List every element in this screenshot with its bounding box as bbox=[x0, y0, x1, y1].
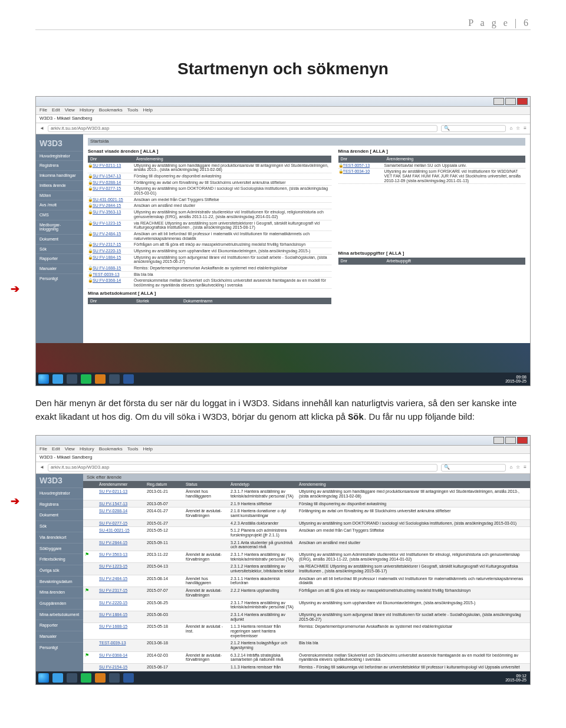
sidebar-item-gruppärenden[interactable]: Gruppärenden bbox=[36, 598, 83, 609]
sidebar-item-sök[interactable]: Sök bbox=[36, 244, 83, 254]
table-row[interactable]: 🔒SU FV-1884-15Utlysning av anställning s… bbox=[88, 255, 331, 265]
table-row[interactable]: 🔒TEST-0039-13Bla bla bla bbox=[88, 272, 331, 278]
firefox-icon[interactable] bbox=[109, 673, 120, 683]
table-row[interactable]: SU FV-0277-152015-01-274.2.3 Anställa do… bbox=[83, 520, 530, 528]
case-dnr-link[interactable]: SU FV-1223-15 bbox=[97, 563, 145, 574]
back-icon[interactable]: ◄ bbox=[40, 126, 44, 131]
taskbar[interactable]: 09:082015-09-25 bbox=[36, 373, 530, 386]
case-dnr-link[interactable]: SU FV-2317-15 bbox=[93, 242, 134, 247]
sidebar-item-rapporter[interactable]: Rapporter bbox=[36, 253, 83, 263]
case-dnr-link[interactable]: SU FV-0288-14 bbox=[97, 508, 145, 519]
home-icon[interactable]: ⌂ bbox=[509, 465, 512, 470]
case-dnr-link[interactable]: TEST-0057-13 bbox=[343, 163, 384, 168]
search-box[interactable]: 🔍 bbox=[441, 464, 506, 472]
case-dnr-link[interactable]: SU FV-1223-15 bbox=[93, 221, 134, 230]
case-dnr-link[interactable]: SU FV-2484-15 bbox=[97, 575, 145, 587]
menu-icon[interactable]: ≡ bbox=[524, 465, 526, 470]
table-row[interactable]: TEST-0039-132013-06-182.1.2 Hantera bola… bbox=[83, 640, 530, 651]
case-dnr-link[interactable]: TEST-0039-13 bbox=[93, 272, 134, 277]
taskbar[interactable]: 09:122015-09-25 bbox=[36, 671, 530, 684]
sidebar-item-medborgar-inloggning[interactable]: Medborgar-inloggning bbox=[36, 220, 83, 234]
menu-help[interactable]: Help bbox=[143, 107, 152, 113]
menu-edit[interactable]: Edit bbox=[52, 446, 60, 452]
table-row[interactable]: SU FV-0211-132013-01-21Ärendet hos handl… bbox=[83, 488, 530, 500]
table-row[interactable]: SU FV-2844-152015-09-113.2.1 Anta studen… bbox=[83, 539, 530, 551]
table-row[interactable]: 🔒SU FV-1547-13Förslag till disponering a… bbox=[88, 173, 331, 180]
table-row[interactable]: SU FV-1223-152015-04-132.3.1.2 Hantera a… bbox=[83, 563, 530, 575]
case-dnr-link[interactable]: SU FV-2220-15 bbox=[93, 249, 134, 253]
menu-file[interactable]: File bbox=[40, 107, 47, 113]
word-icon[interactable] bbox=[123, 374, 134, 384]
case-dnr-link[interactable]: SU FV-1688-15 bbox=[97, 623, 145, 639]
table-row[interactable]: 🔒TEST-0057-13Samarbetsavtal mellan SU oc… bbox=[338, 163, 525, 169]
table-row[interactable]: 🔒SU FV-0368-14Överenskommelse mellan Sko… bbox=[88, 278, 331, 288]
case-dnr-link[interactable]: SU FV-3563-13 bbox=[93, 210, 134, 219]
case-dnr-link[interactable]: SU FV-0368-14 bbox=[97, 652, 145, 663]
browser-menubar[interactable]: FileEditViewHistoryBookmarksToolsHelp bbox=[36, 446, 530, 454]
sidebar-item-personligt[interactable]: Personligt bbox=[36, 642, 83, 653]
table-row[interactable]: 🔒SU FV-0277-15Utlysning av anställning s… bbox=[88, 186, 331, 196]
case-dnr-link[interactable]: SU FV-0277-15 bbox=[93, 186, 134, 195]
close-icon[interactable] bbox=[517, 437, 528, 444]
table-row[interactable]: 🔒SU FV-0288-14Förlängning av avtal om fö… bbox=[88, 180, 331, 186]
outlook-icon[interactable] bbox=[95, 374, 106, 384]
url-bar[interactable]: arkiv.it.su.se/Asp/W3D3.asp bbox=[48, 464, 438, 472]
sidebar-item-registrera[interactable]: Registrera bbox=[36, 499, 83, 510]
outlook-icon[interactable] bbox=[95, 673, 106, 683]
table-row[interactable]: ⚑SU FV-0368-142014-02-03Ärendet är avslu… bbox=[83, 652, 530, 664]
browser-tab[interactable]: W3D3 - Mikael Sandberg bbox=[36, 115, 530, 123]
table-row[interactable]: SU FV-0288-142014-01-27Ärendet är avslut… bbox=[83, 508, 530, 519]
case-dnr-link[interactable]: SU FV-2317-15 bbox=[97, 587, 145, 598]
maximize-icon[interactable] bbox=[505, 98, 516, 105]
sidebar-item-personligt[interactable]: Personligt bbox=[36, 274, 83, 284]
explorer-icon[interactable] bbox=[67, 673, 77, 683]
table-row[interactable]: 🔒SU FV-2317-15Förfrågan om att få göra e… bbox=[88, 242, 331, 248]
table-row[interactable]: SU FV-1884-152015-06-032.3.1.4 Hantera a… bbox=[83, 611, 530, 623]
sidebar-item-via-ärendekort[interactable]: Via ärendekort bbox=[36, 532, 83, 543]
table-row[interactable]: 🔒SU FV-2220-15Utlysning av anställning s… bbox=[88, 248, 331, 255]
start-button-icon[interactable] bbox=[38, 374, 49, 384]
table-row[interactable]: ⚑SU FV-3563-132013-11-22Ärendet är avslu… bbox=[83, 551, 530, 563]
table-row[interactable]: SU-431-0021-152015-05-125.1.2 Planera oc… bbox=[83, 527, 530, 539]
ie-icon[interactable] bbox=[52, 374, 63, 384]
sidebar-item-bevakningsdatum[interactable]: Bevakningsdatum bbox=[36, 576, 83, 587]
url-bar[interactable]: arkiv.it.su.se/Asp/W3D3.asp bbox=[48, 125, 438, 133]
case-dnr-link[interactable]: TEST-0034-10 bbox=[343, 169, 384, 183]
spotify-icon[interactable] bbox=[81, 673, 91, 683]
case-dnr-link[interactable]: SU FV-1884-15 bbox=[97, 611, 145, 622]
menu-tools[interactable]: Tools bbox=[127, 446, 139, 452]
sidebar-item-huvudregistrator[interactable]: Huvudregistrator bbox=[36, 151, 83, 161]
sidebar-item-manualer[interactable]: Manualer bbox=[36, 263, 83, 274]
menu-tools[interactable]: Tools bbox=[127, 107, 139, 113]
ie-icon[interactable] bbox=[52, 673, 63, 683]
case-dnr-link[interactable]: SU FV-0211-13 bbox=[97, 488, 145, 499]
sidebar-item-cms[interactable]: CMS bbox=[36, 210, 83, 220]
sidebar-item-sökbyggare[interactable]: Sökbyggare bbox=[36, 543, 83, 554]
table-row[interactable]: 🔒SU FV-2844-15Ansökan om anstånd med stu… bbox=[88, 203, 331, 209]
minimize-icon[interactable] bbox=[493, 98, 504, 105]
case-dnr-link[interactable]: SU FV-0368-14 bbox=[93, 278, 134, 287]
menu-file[interactable]: File bbox=[40, 446, 47, 452]
spotify-icon[interactable] bbox=[81, 374, 91, 384]
explorer-icon[interactable] bbox=[67, 374, 77, 384]
menu-icon[interactable]: ≡ bbox=[524, 126, 526, 131]
home-icon[interactable]: ⌂ bbox=[509, 126, 512, 131]
maximize-icon[interactable] bbox=[505, 437, 516, 444]
case-dnr-link[interactable]: SU FV-2844-15 bbox=[97, 539, 145, 551]
sidebar-item-huvudregistrator[interactable]: Huvudregistrator bbox=[36, 487, 83, 499]
firefox-icon[interactable] bbox=[109, 374, 120, 384]
table-row[interactable]: 🔒SU FV-0211-13Utlysning av anställning s… bbox=[88, 163, 331, 173]
case-dnr-link[interactable]: SU FV-1547-13 bbox=[93, 174, 134, 179]
case-dnr-link[interactable]: SU FV-0277-15 bbox=[97, 520, 145, 527]
bookmark-icon[interactable]: ☆ bbox=[516, 126, 520, 131]
table-row[interactable]: SU FV-2154-152015-06-171.1.3 Hantera rem… bbox=[83, 664, 530, 671]
table-row[interactable]: 🔒SU FV-3563-13Utlysning av anställning s… bbox=[88, 209, 331, 220]
case-dnr-link[interactable]: SU FV-1688-15 bbox=[93, 266, 134, 271]
sidebar-item-möten[interactable]: Möten bbox=[36, 190, 83, 200]
sidebar-item-registrera[interactable]: Registrera bbox=[36, 160, 83, 170]
case-dnr-link[interactable]: SU FV-3563-13 bbox=[97, 551, 145, 562]
case-dnr-link[interactable]: SU FV-2220-15 bbox=[97, 599, 145, 611]
sidebar-item-initiera-ärende[interactable]: Initiera ärende bbox=[36, 180, 83, 190]
minimize-icon[interactable] bbox=[493, 437, 504, 444]
table-row[interactable]: ⚑SU FV-2317-152015-07-07Ärendet är avslu… bbox=[83, 587, 530, 599]
